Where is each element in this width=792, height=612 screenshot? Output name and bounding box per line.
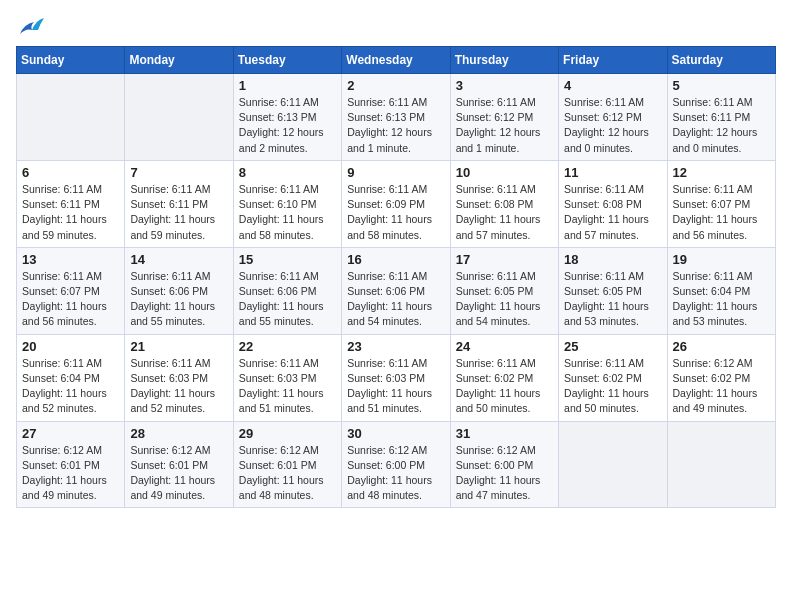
calendar-week-row: 13Sunrise: 6:11 AM Sunset: 6:07 PM Dayli…: [17, 247, 776, 334]
day-number: 28: [130, 426, 227, 441]
day-info: Sunrise: 6:11 AM Sunset: 6:11 PM Dayligh…: [22, 182, 119, 243]
calendar-cell: 12Sunrise: 6:11 AM Sunset: 6:07 PM Dayli…: [667, 160, 775, 247]
day-info: Sunrise: 6:11 AM Sunset: 6:03 PM Dayligh…: [347, 356, 444, 417]
day-info: Sunrise: 6:11 AM Sunset: 6:08 PM Dayligh…: [456, 182, 553, 243]
day-number: 15: [239, 252, 336, 267]
calendar-header-row: SundayMondayTuesdayWednesdayThursdayFrid…: [17, 47, 776, 74]
day-info: Sunrise: 6:11 AM Sunset: 6:04 PM Dayligh…: [22, 356, 119, 417]
day-number: 24: [456, 339, 553, 354]
calendar-cell: 1Sunrise: 6:11 AM Sunset: 6:13 PM Daylig…: [233, 74, 341, 161]
day-info: Sunrise: 6:12 AM Sunset: 6:01 PM Dayligh…: [239, 443, 336, 504]
calendar-cell: 3Sunrise: 6:11 AM Sunset: 6:12 PM Daylig…: [450, 74, 558, 161]
day-info: Sunrise: 6:11 AM Sunset: 6:09 PM Dayligh…: [347, 182, 444, 243]
day-info: Sunrise: 6:11 AM Sunset: 6:02 PM Dayligh…: [564, 356, 661, 417]
calendar-cell: [559, 421, 667, 508]
weekday-header: Friday: [559, 47, 667, 74]
day-info: Sunrise: 6:11 AM Sunset: 6:11 PM Dayligh…: [673, 95, 770, 156]
day-number: 23: [347, 339, 444, 354]
calendar-week-row: 20Sunrise: 6:11 AM Sunset: 6:04 PM Dayli…: [17, 334, 776, 421]
logo: [16, 16, 48, 38]
calendar-week-row: 1Sunrise: 6:11 AM Sunset: 6:13 PM Daylig…: [17, 74, 776, 161]
calendar-table: SundayMondayTuesdayWednesdayThursdayFrid…: [16, 46, 776, 508]
day-info: Sunrise: 6:12 AM Sunset: 6:00 PM Dayligh…: [456, 443, 553, 504]
day-number: 9: [347, 165, 444, 180]
day-info: Sunrise: 6:11 AM Sunset: 6:03 PM Dayligh…: [130, 356, 227, 417]
day-number: 8: [239, 165, 336, 180]
day-number: 1: [239, 78, 336, 93]
calendar-cell: [667, 421, 775, 508]
calendar-cell: 4Sunrise: 6:11 AM Sunset: 6:12 PM Daylig…: [559, 74, 667, 161]
day-info: Sunrise: 6:11 AM Sunset: 6:05 PM Dayligh…: [456, 269, 553, 330]
calendar-cell: 25Sunrise: 6:11 AM Sunset: 6:02 PM Dayli…: [559, 334, 667, 421]
calendar-cell: 2Sunrise: 6:11 AM Sunset: 6:13 PM Daylig…: [342, 74, 450, 161]
day-number: 4: [564, 78, 661, 93]
day-number: 22: [239, 339, 336, 354]
calendar-cell: 11Sunrise: 6:11 AM Sunset: 6:08 PM Dayli…: [559, 160, 667, 247]
day-info: Sunrise: 6:12 AM Sunset: 6:01 PM Dayligh…: [130, 443, 227, 504]
day-number: 26: [673, 339, 770, 354]
day-info: Sunrise: 6:12 AM Sunset: 6:01 PM Dayligh…: [22, 443, 119, 504]
calendar-cell: 22Sunrise: 6:11 AM Sunset: 6:03 PM Dayli…: [233, 334, 341, 421]
page-header: [16, 16, 776, 38]
weekday-header: Wednesday: [342, 47, 450, 74]
day-info: Sunrise: 6:11 AM Sunset: 6:10 PM Dayligh…: [239, 182, 336, 243]
calendar-cell: 13Sunrise: 6:11 AM Sunset: 6:07 PM Dayli…: [17, 247, 125, 334]
calendar-cell: 5Sunrise: 6:11 AM Sunset: 6:11 PM Daylig…: [667, 74, 775, 161]
day-number: 31: [456, 426, 553, 441]
weekday-header: Thursday: [450, 47, 558, 74]
day-info: Sunrise: 6:11 AM Sunset: 6:06 PM Dayligh…: [239, 269, 336, 330]
calendar-week-row: 27Sunrise: 6:12 AM Sunset: 6:01 PM Dayli…: [17, 421, 776, 508]
calendar-cell: 8Sunrise: 6:11 AM Sunset: 6:10 PM Daylig…: [233, 160, 341, 247]
day-info: Sunrise: 6:11 AM Sunset: 6:06 PM Dayligh…: [347, 269, 444, 330]
day-info: Sunrise: 6:12 AM Sunset: 6:00 PM Dayligh…: [347, 443, 444, 504]
calendar-cell: 17Sunrise: 6:11 AM Sunset: 6:05 PM Dayli…: [450, 247, 558, 334]
calendar-cell: 31Sunrise: 6:12 AM Sunset: 6:00 PM Dayli…: [450, 421, 558, 508]
day-number: 11: [564, 165, 661, 180]
day-number: 29: [239, 426, 336, 441]
day-info: Sunrise: 6:12 AM Sunset: 6:02 PM Dayligh…: [673, 356, 770, 417]
day-number: 2: [347, 78, 444, 93]
calendar-week-row: 6Sunrise: 6:11 AM Sunset: 6:11 PM Daylig…: [17, 160, 776, 247]
calendar-cell: 28Sunrise: 6:12 AM Sunset: 6:01 PM Dayli…: [125, 421, 233, 508]
calendar-cell: 6Sunrise: 6:11 AM Sunset: 6:11 PM Daylig…: [17, 160, 125, 247]
day-number: 5: [673, 78, 770, 93]
day-number: 21: [130, 339, 227, 354]
calendar-cell: 23Sunrise: 6:11 AM Sunset: 6:03 PM Dayli…: [342, 334, 450, 421]
day-number: 18: [564, 252, 661, 267]
day-number: 13: [22, 252, 119, 267]
calendar-cell: 10Sunrise: 6:11 AM Sunset: 6:08 PM Dayli…: [450, 160, 558, 247]
day-number: 6: [22, 165, 119, 180]
logo-icon: [16, 16, 44, 38]
day-info: Sunrise: 6:11 AM Sunset: 6:03 PM Dayligh…: [239, 356, 336, 417]
weekday-header: Tuesday: [233, 47, 341, 74]
day-info: Sunrise: 6:11 AM Sunset: 6:08 PM Dayligh…: [564, 182, 661, 243]
day-number: 30: [347, 426, 444, 441]
day-info: Sunrise: 6:11 AM Sunset: 6:11 PM Dayligh…: [130, 182, 227, 243]
calendar-cell: 29Sunrise: 6:12 AM Sunset: 6:01 PM Dayli…: [233, 421, 341, 508]
calendar-cell: 14Sunrise: 6:11 AM Sunset: 6:06 PM Dayli…: [125, 247, 233, 334]
calendar-cell: 20Sunrise: 6:11 AM Sunset: 6:04 PM Dayli…: [17, 334, 125, 421]
day-number: 16: [347, 252, 444, 267]
weekday-header: Saturday: [667, 47, 775, 74]
day-number: 10: [456, 165, 553, 180]
day-number: 19: [673, 252, 770, 267]
calendar-cell: 16Sunrise: 6:11 AM Sunset: 6:06 PM Dayli…: [342, 247, 450, 334]
day-number: 17: [456, 252, 553, 267]
day-info: Sunrise: 6:11 AM Sunset: 6:13 PM Dayligh…: [347, 95, 444, 156]
day-info: Sunrise: 6:11 AM Sunset: 6:05 PM Dayligh…: [564, 269, 661, 330]
calendar-cell: 15Sunrise: 6:11 AM Sunset: 6:06 PM Dayli…: [233, 247, 341, 334]
day-info: Sunrise: 6:11 AM Sunset: 6:04 PM Dayligh…: [673, 269, 770, 330]
day-number: 3: [456, 78, 553, 93]
day-info: Sunrise: 6:11 AM Sunset: 6:02 PM Dayligh…: [456, 356, 553, 417]
day-info: Sunrise: 6:11 AM Sunset: 6:07 PM Dayligh…: [22, 269, 119, 330]
calendar-cell: 30Sunrise: 6:12 AM Sunset: 6:00 PM Dayli…: [342, 421, 450, 508]
day-number: 14: [130, 252, 227, 267]
day-number: 25: [564, 339, 661, 354]
day-number: 7: [130, 165, 227, 180]
calendar-cell: 18Sunrise: 6:11 AM Sunset: 6:05 PM Dayli…: [559, 247, 667, 334]
weekday-header: Sunday: [17, 47, 125, 74]
calendar-cell: [17, 74, 125, 161]
calendar-cell: 19Sunrise: 6:11 AM Sunset: 6:04 PM Dayli…: [667, 247, 775, 334]
day-number: 20: [22, 339, 119, 354]
calendar-cell: 9Sunrise: 6:11 AM Sunset: 6:09 PM Daylig…: [342, 160, 450, 247]
